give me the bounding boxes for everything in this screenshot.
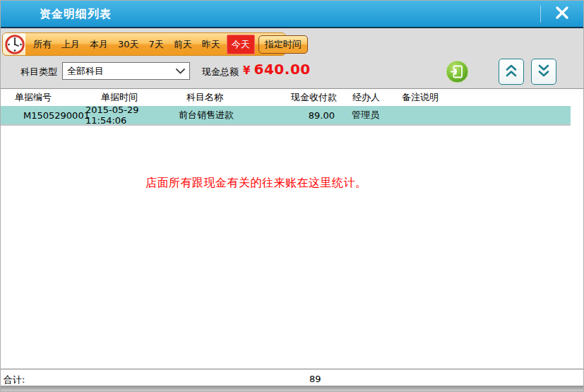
table-header-row: 单据编号 单据时间 科目名称 现金收付款 经办人 备注说明 [1,88,583,106]
subject-type-value: 全部科目 [67,65,174,78]
filter-yesterday[interactable]: 昨天 [197,35,225,54]
cell-subject: 前台销售进款 [177,109,290,121]
currency-symbol: ¥ [243,64,250,77]
double-chevron-up-icon [504,63,518,81]
filter-day-before-yesterday[interactable]: 前天 [169,35,197,54]
close-icon [554,5,570,23]
header-operator: 经办人 [350,91,402,104]
total-value: 89 [309,374,321,384]
cell-operator: 管理员 [350,109,402,121]
scroll-to-bottom-button[interactable] [531,59,556,85]
filter-custom-range[interactable]: 指定时间 [258,35,308,54]
table-row[interactable]: M1505290001 2015-05-29 11:54:06 前台销售进款 8… [1,106,571,126]
header-amount: 现金收付款 [290,91,350,104]
export-icon [446,73,469,86]
date-filter-bar: 所有 上月 本月 30天 7天 前天 昨天 今天 指定时间 [2,32,286,56]
cash-total-amount: ¥ 640.00 [243,61,311,78]
header-remark: 备注说明 [402,91,583,104]
subject-type-select[interactable]: 全部科目 [62,62,190,80]
subject-type-label: 科目类型 [20,66,57,78]
status-bar: 合计: 89 [1,369,583,387]
hint-text: 店面所有跟现金有关的往来账在这里统计。 [145,176,367,191]
cell-amount: 89.00 [290,110,350,121]
filter-today[interactable]: 今天 [227,35,255,54]
header-doc-no: 单据编号 [1,91,85,104]
filter-7-days[interactable]: 7天 [144,35,169,54]
fund-detail-window: 资金明细列表 [0,0,584,392]
double-chevron-down-icon [537,63,551,81]
scroll-to-top-button[interactable] [499,59,524,85]
window-title: 资金明细列表 [40,7,112,22]
window-bottom-edge [1,386,583,391]
filter-last-month[interactable]: 上月 [56,35,85,54]
top-panel: 所有 上月 本月 30天 7天 前天 昨天 今天 指定时间 科目类型 全部科目 … [1,28,583,88]
cash-total-label: 现金总额 [202,66,239,78]
close-button[interactable] [550,4,574,24]
header-doc-time: 单据时间 [85,91,177,104]
export-button[interactable] [446,60,469,83]
filter-30-days[interactable]: 30天 [113,35,144,54]
cell-doc-no: M1505290001 [1,110,85,121]
clock-icon [5,35,25,54]
cell-doc-time: 2015-05-29 11:54:06 [85,105,177,126]
total-label: 合计: [4,374,25,386]
header-subject-name: 科目名称 [177,91,290,104]
titlebar-divider [540,6,541,23]
cash-total-value: 640.00 [254,61,311,78]
title-bar: 资金明细列表 [1,1,583,28]
filter-all[interactable]: 所有 [28,35,56,54]
chevron-down-icon [174,69,186,74]
filter-this-month[interactable]: 本月 [85,35,113,54]
